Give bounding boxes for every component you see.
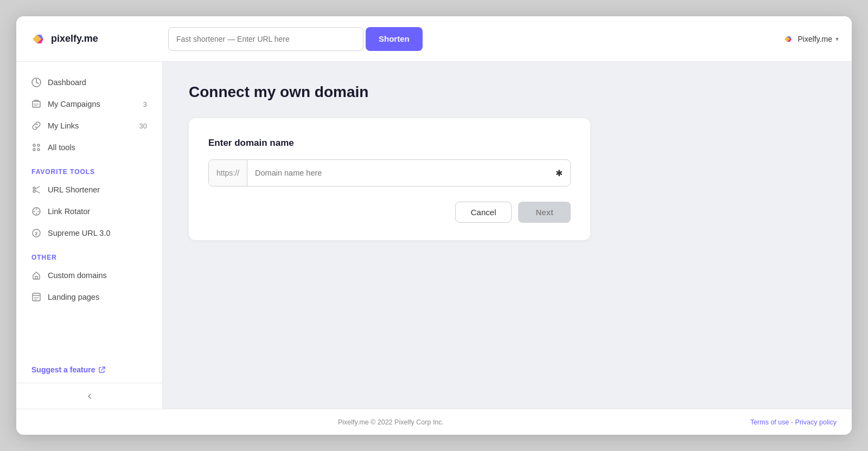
sidebar-item-link-rotator[interactable]: Link Rotator: [16, 201, 162, 222]
favorite-tools-label: FAVORITE TOOLS: [16, 158, 162, 179]
app-window: pixelfy.me Shorten Pixelfy.me ▾: [16, 16, 852, 435]
sidebar-item-alltools[interactable]: All tools: [16, 137, 162, 158]
svg-point-3: [37, 144, 40, 146]
sidebar-item-url-shortener[interactable]: URL Shortener: [16, 179, 162, 201]
header-right: Pixelfy.me ▾: [782, 33, 839, 45]
supreme-icon: 3: [31, 228, 41, 238]
shorten-button[interactable]: Shorten: [366, 27, 423, 51]
footer-links[interactable]: Terms of use - Privacy policy: [750, 418, 837, 426]
sidebar-links-label: My Links: [48, 121, 79, 130]
external-link-icon: [98, 366, 106, 373]
svg-point-5: [37, 149, 40, 151]
domain-prefix: https://: [209, 160, 247, 186]
header: pixelfy.me Shorten Pixelfy.me ▾: [16, 16, 852, 62]
logo-area: pixelfy.me: [29, 30, 159, 48]
url-shortener-input[interactable]: [169, 35, 363, 43]
sidebar-alltools-label: All tools: [48, 143, 75, 152]
url-input-wrap: [168, 27, 363, 51]
sidebar-link-rotator-label: Link Rotator: [48, 207, 90, 216]
sidebar-item-dashboard[interactable]: Dashboard: [16, 72, 162, 93]
chevron-left-icon: [85, 391, 94, 401]
suggest-feature-text: Suggest a feature: [31, 365, 95, 374]
logo-icon: [29, 30, 47, 48]
sidebar: Dashboard My Campaigns 3 My Links 30: [16, 62, 163, 409]
card-actions: Cancel Next: [208, 202, 571, 223]
domain-input-wrap: https:// ✱: [208, 159, 571, 186]
home-icon: [31, 270, 41, 280]
domain-name-input[interactable]: [247, 169, 548, 177]
sidebar-item-supreme-url[interactable]: 3 Supreme URL 3.0: [16, 222, 162, 244]
rotator-icon: [31, 207, 41, 216]
footer-copyright: Pixelfy.me © 2022 Pixelfy Corp Inc.: [31, 418, 750, 426]
scissors-icon: [31, 185, 41, 195]
svg-text:3: 3: [35, 231, 37, 236]
dashboard-icon: [31, 78, 41, 87]
sidebar-custom-domains-label: Custom domains: [48, 271, 107, 280]
sidebar-url-shortener-label: URL Shortener: [48, 185, 100, 194]
svg-rect-11: [33, 293, 40, 301]
domain-card: Enter domain name https:// ✱ Cancel Next: [189, 118, 590, 240]
other-label: OTHER: [16, 244, 162, 265]
sidebar-campaigns-label: My Campaigns: [48, 100, 100, 108]
header-center: Shorten: [168, 27, 774, 51]
body-wrap: Dashboard My Campaigns 3 My Links 30: [16, 62, 852, 409]
logo-text: pixelfy.me: [51, 33, 98, 44]
svg-point-4: [33, 149, 35, 151]
sidebar-landing-pages-label: Landing pages: [48, 293, 99, 301]
sidebar-collapse-button[interactable]: [16, 383, 162, 409]
sidebar-campaigns-count: 3: [143, 100, 147, 108]
landing-pages-icon: [31, 292, 41, 302]
cancel-button[interactable]: Cancel: [455, 202, 512, 223]
alltools-icon: [31, 143, 41, 152]
footer: Pixelfy.me © 2022 Pixelfy Corp Inc. Term…: [16, 409, 852, 435]
campaigns-icon: [31, 99, 41, 109]
sidebar-supreme-url-label: Supreme URL 3.0: [48, 229, 111, 237]
domain-asterisk: ✱: [548, 168, 570, 178]
header-user[interactable]: Pixelfy.me ▾: [782, 33, 839, 45]
header-logo-icon: [782, 33, 794, 45]
header-user-label: Pixelfy.me: [797, 35, 832, 43]
sidebar-dashboard-label: Dashboard: [48, 78, 86, 87]
links-icon: [31, 121, 41, 131]
svg-point-2: [33, 144, 35, 146]
sidebar-links-count: 30: [139, 122, 147, 130]
chevron-down-icon: ▾: [835, 35, 839, 43]
next-button[interactable]: Next: [518, 202, 571, 223]
sidebar-item-links[interactable]: My Links 30: [16, 115, 162, 137]
suggest-feature-link[interactable]: Suggest a feature: [16, 357, 162, 383]
sidebar-item-custom-domains[interactable]: Custom domains: [16, 265, 162, 286]
page-title: Connect my own domain: [189, 83, 826, 101]
sidebar-item-campaigns[interactable]: My Campaigns 3: [16, 93, 162, 115]
main-content: Connect my own domain Enter domain name …: [163, 62, 852, 409]
sidebar-item-landing-pages[interactable]: Landing pages: [16, 286, 162, 308]
domain-card-title: Enter domain name: [208, 138, 571, 149]
